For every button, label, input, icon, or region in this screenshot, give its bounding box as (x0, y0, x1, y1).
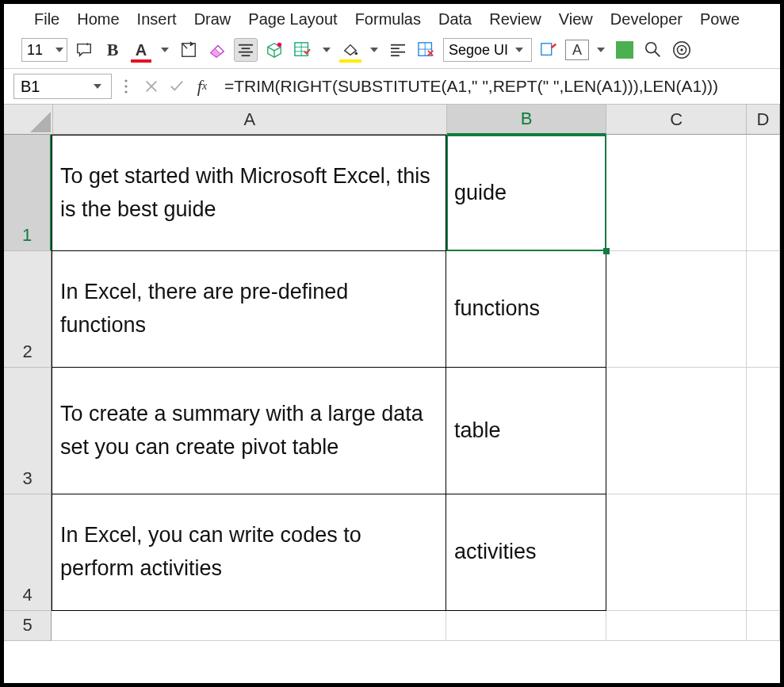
menu-page-layout[interactable]: Page Layout (248, 10, 337, 29)
row-3: To create a summary with a large data se… (52, 368, 780, 494)
comment-button[interactable] (72, 38, 96, 62)
cell-C2[interactable] (606, 251, 747, 368)
color-swatch[interactable] (613, 38, 637, 62)
row-4: In Excel, you can write codes to perform… (52, 494, 780, 611)
font-color-button[interactable]: A (129, 38, 153, 62)
select-all-corner[interactable] (4, 105, 53, 135)
font-size-value: 11 (22, 42, 52, 59)
row-2: In Excel, there are pre-defined function… (52, 251, 780, 368)
menu-formulas[interactable]: Formulas (355, 10, 421, 29)
target-button[interactable] (670, 38, 694, 62)
bold-button[interactable]: B (101, 38, 124, 62)
svg-rect-18 (541, 44, 552, 55)
cell-D1[interactable] (747, 135, 780, 251)
formula-accept-button[interactable] (166, 74, 188, 99)
paint-bucket-icon (342, 42, 359, 58)
formula-text: =TRIM(RIGHT(SUBSTITUTE(A1," ",REPT(" ",L… (224, 77, 718, 96)
toolbar: 11 B A (4, 36, 780, 69)
chevron-down-icon[interactable] (323, 48, 331, 52)
menu-draw[interactable]: Draw (194, 10, 231, 29)
conditional-format-button[interactable] (291, 38, 315, 62)
delete-table-button[interactable] (415, 38, 438, 62)
cells-area: To get started with Microsoft Excel, thi… (52, 135, 780, 641)
column-header-A[interactable]: A (53, 105, 447, 135)
cell-A3[interactable]: To create a summary with a large data se… (52, 368, 446, 494)
formula-bar: B1 fx =TRIM(RIGHT(SUBSTITUTE(A1," ",REPT… (4, 69, 780, 104)
row-headers: 1 2 3 4 5 (4, 135, 52, 641)
chevron-down-icon (515, 48, 523, 52)
chevron-down-icon (55, 48, 63, 52)
row-header-4[interactable]: 4 (4, 494, 52, 611)
font-name-selector[interactable]: Segoe UI (443, 38, 532, 62)
cell-A4[interactable]: In Excel, you can write codes to perform… (52, 494, 446, 611)
row-header-1[interactable]: 1 (4, 135, 52, 251)
cell-B4[interactable]: activities (446, 494, 606, 611)
chevron-down-icon[interactable] (370, 48, 378, 52)
formula-input[interactable]: =TRIM(RIGHT(SUBSTITUTE(A1," ",REPT(" ",L… (216, 74, 780, 99)
svg-line-20 (655, 52, 660, 56)
align-center-button[interactable] (234, 38, 258, 62)
cell-C3[interactable] (606, 368, 747, 494)
cell-B5[interactable] (446, 611, 606, 641)
align-left-button[interactable] (386, 38, 410, 62)
grid-body: 1 2 3 4 5 To get started with Microsoft … (4, 135, 780, 641)
cell-D5[interactable] (747, 611, 780, 641)
name-box[interactable]: B1 (13, 74, 112, 99)
3d-map-button[interactable] (262, 38, 286, 62)
align-center-icon (237, 43, 254, 57)
font-name-value: Segoe UI (449, 42, 508, 59)
svg-point-26 (124, 90, 127, 93)
format-cell-label: A (572, 42, 582, 59)
cell-A5[interactable] (52, 611, 446, 641)
menu-developer[interactable]: Developer (610, 10, 683, 29)
zoom-button[interactable] (641, 38, 665, 62)
chevron-down-icon[interactable] (597, 48, 605, 52)
formula-more-button[interactable] (115, 74, 137, 99)
cell-C5[interactable] (606, 611, 747, 641)
menu-file[interactable]: File (34, 10, 59, 29)
menu-insert[interactable]: Insert (137, 10, 177, 29)
cell-D4[interactable] (747, 494, 780, 611)
row-header-3[interactable]: 3 (4, 368, 52, 494)
row-header-5[interactable]: 5 (4, 611, 52, 641)
cell-A1[interactable]: To get started with Microsoft Excel, thi… (52, 135, 446, 251)
format-cell-button[interactable]: A (565, 40, 589, 60)
menu-power[interactable]: Powe (700, 10, 740, 29)
row-header-2[interactable]: 2 (4, 251, 52, 368)
insert-function-button[interactable]: fx (191, 74, 213, 99)
font-size-selector[interactable]: 11 (21, 38, 67, 62)
chevron-down-icon (94, 84, 101, 89)
svg-point-25 (124, 85, 127, 87)
column-header-D[interactable]: D (747, 105, 780, 135)
cell-A2[interactable]: In Excel, there are pre-defined function… (52, 251, 446, 368)
cell-B1[interactable]: guide (446, 135, 606, 251)
menu-review[interactable]: Review (489, 10, 541, 29)
svg-point-24 (124, 79, 127, 82)
row-5 (52, 611, 780, 641)
dots-vertical-icon (124, 78, 128, 94)
cell-B2[interactable]: functions (446, 251, 606, 368)
ink-edit-button[interactable] (537, 38, 560, 62)
column-header-B[interactable]: B (447, 105, 607, 135)
cell-B3[interactable]: table (446, 368, 606, 494)
chevron-down-icon[interactable] (161, 48, 169, 52)
clear-formatting-button[interactable] (205, 38, 229, 62)
cell-D2[interactable] (747, 251, 780, 368)
menu-home[interactable]: Home (77, 10, 119, 29)
fill-color-button[interactable] (338, 38, 362, 62)
border-button[interactable] (177, 38, 201, 62)
cell-C4[interactable] (606, 494, 747, 611)
formula-cancel-button[interactable] (140, 74, 163, 99)
menu-bar: File Home Insert Draw Page Layout Formul… (4, 4, 780, 36)
menu-data[interactable]: Data (438, 10, 472, 29)
note-pen-icon (539, 41, 558, 59)
target-icon (671, 40, 692, 60)
x-icon (144, 79, 159, 94)
column-header-row: A B C D (4, 105, 780, 135)
menu-view[interactable]: View (559, 10, 593, 29)
check-icon (169, 79, 185, 94)
border-icon (180, 41, 197, 59)
column-header-C[interactable]: C (606, 105, 747, 135)
cell-D3[interactable] (747, 368, 780, 494)
cell-C1[interactable] (606, 135, 747, 251)
